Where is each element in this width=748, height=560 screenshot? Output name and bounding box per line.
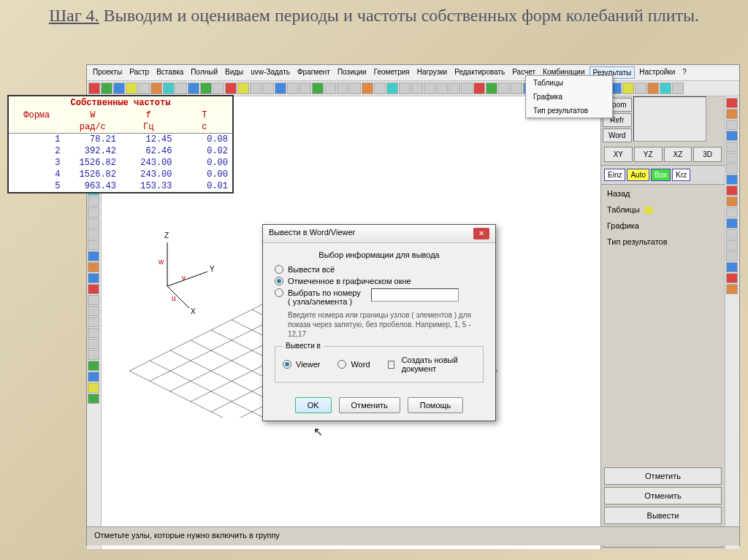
menu-Позиции[interactable]: Позиции — [335, 66, 370, 79]
toolbar-icon[interactable] — [188, 83, 199, 94]
dropdown-item[interactable]: Таблицы — [526, 76, 612, 90]
menu-graphics[interactable]: Графика — [607, 220, 719, 231]
toolbar-icon[interactable] — [225, 83, 237, 94]
toolbar-icon[interactable] — [473, 83, 485, 94]
toolbar-icon[interactable] — [436, 83, 448, 94]
sel-box[interactable]: Box — [651, 169, 671, 181]
dropdown-item[interactable]: Тип результатов — [526, 104, 612, 118]
cancel-button[interactable]: Отменить — [339, 397, 400, 413]
left-tool-icon[interactable] — [88, 372, 99, 382]
ok-button[interactable]: OK — [295, 397, 332, 413]
toolbar-icon[interactable] — [486, 83, 497, 94]
left-tool-icon[interactable] — [88, 229, 99, 239]
view-xz[interactable]: XZ — [664, 147, 692, 162]
sel-krz[interactable]: Krz — [672, 169, 690, 181]
toolbar-icon[interactable] — [399, 83, 411, 94]
mark-button[interactable]: Отметить — [604, 467, 722, 485]
left-tool-icon[interactable] — [88, 306, 99, 316]
toolbar-icon[interactable] — [237, 83, 249, 94]
menu-Нагрузки[interactable]: Нагрузки — [414, 66, 450, 79]
right-tool-icon[interactable] — [726, 174, 738, 185]
toolbar-icon[interactable] — [660, 83, 671, 94]
toolbar-icon[interactable] — [362, 83, 373, 94]
toolbar-icon[interactable] — [635, 83, 646, 94]
toolbar-icon[interactable] — [647, 83, 659, 94]
right-tool-icon[interactable] — [726, 185, 738, 196]
left-tool-icon[interactable] — [88, 251, 99, 261]
radio-bynumber[interactable] — [275, 288, 283, 297]
dropdown-item[interactable]: Графика — [526, 90, 612, 104]
menu-uvw-Задать[interactable]: uvw-Задать — [248, 66, 293, 79]
left-tool-icon[interactable] — [88, 207, 99, 218]
toolbar-icon[interactable] — [461, 83, 473, 94]
left-tool-icon[interactable] — [88, 383, 99, 393]
toolbar-icon[interactable] — [88, 83, 100, 94]
menu-Полный[interactable]: Полный — [188, 66, 221, 79]
right-tool-icon[interactable] — [726, 284, 738, 294]
toolbar-icon[interactable] — [299, 83, 311, 94]
toolbar-icon[interactable] — [163, 83, 175, 94]
right-tool-icon[interactable] — [726, 240, 738, 250]
view-xy[interactable]: XY — [604, 147, 633, 162]
menu-Геометрия[interactable]: Геометрия — [371, 66, 413, 79]
right-tool-icon[interactable] — [726, 196, 738, 207]
export-button[interactable]: Вывести — [604, 507, 722, 524]
right-tool-icon[interactable] — [726, 109, 738, 119]
radio-word[interactable] — [337, 360, 346, 369]
right-tool-icon[interactable] — [726, 142, 738, 152]
menu-Настройки[interactable]: Настройки — [636, 66, 678, 79]
view-3d[interactable]: 3D — [693, 147, 722, 162]
right-tool-icon[interactable] — [726, 273, 738, 283]
sel-einz[interactable]: Einz — [604, 169, 625, 181]
sel-auto[interactable]: Auto — [627, 169, 649, 181]
toolbar-icon[interactable] — [101, 83, 112, 94]
toolbar-icon[interactable] — [262, 83, 274, 94]
menu-resulttype[interactable]: Тип результатов — [607, 236, 719, 248]
radio-all[interactable] — [275, 265, 283, 274]
left-tool-icon[interactable] — [88, 328, 99, 338]
unmark-button[interactable]: Отменить — [604, 487, 722, 505]
left-tool-icon[interactable] — [88, 273, 99, 283]
toolbar-icon[interactable] — [312, 83, 324, 94]
right-tool-icon[interactable] — [726, 229, 738, 239]
word-button[interactable]: Word — [603, 129, 632, 142]
right-tool-icon[interactable] — [726, 131, 738, 141]
toolbar-icon[interactable] — [213, 83, 224, 94]
menu-Проекты[interactable]: Проекты — [90, 66, 125, 79]
toolbar-icon[interactable] — [175, 83, 187, 94]
right-tool-icon[interactable] — [726, 262, 738, 272]
help-button[interactable]: Помощь — [408, 397, 464, 413]
left-tool-icon[interactable] — [88, 218, 99, 229]
left-tool-icon[interactable] — [88, 361, 99, 371]
menu-Виды[interactable]: Виды — [222, 66, 246, 79]
toolbar-icon[interactable] — [324, 83, 336, 94]
toolbar-icon[interactable] — [386, 83, 398, 94]
left-tool-icon[interactable] — [88, 295, 99, 305]
toolbar-icon[interactable] — [498, 83, 510, 94]
menu-tables[interactable]: Таблицы — [607, 204, 719, 215]
toolbar-icon[interactable] — [622, 83, 634, 94]
toolbar-icon[interactable] — [424, 83, 435, 94]
left-tool-icon[interactable] — [88, 394, 99, 404]
right-tool-icon[interactable] — [726, 120, 738, 130]
menu-Редактировать[interactable]: Редактировать — [451, 66, 508, 79]
menu-Растр[interactable]: Растр — [126, 66, 152, 79]
menu-?[interactable]: ? — [679, 66, 690, 79]
left-tool-icon[interactable] — [88, 196, 99, 207]
toolbar-icon[interactable] — [349, 83, 361, 94]
toolbar-icon[interactable] — [449, 83, 460, 94]
left-tool-icon[interactable] — [88, 284, 99, 294]
menu-back[interactable]: Назад — [607, 188, 719, 199]
menu-Вставка[interactable]: Вставка — [153, 66, 186, 79]
number-input[interactable] — [371, 288, 459, 302]
left-tool-icon[interactable] — [88, 240, 99, 250]
toolbar-icon[interactable] — [374, 83, 386, 94]
right-tool-icon[interactable] — [726, 98, 738, 108]
left-tool-icon[interactable] — [88, 350, 99, 360]
toolbar-icon[interactable] — [200, 83, 212, 94]
toolbar-icon[interactable] — [511, 83, 522, 94]
right-tool-icon[interactable] — [726, 164, 738, 174]
toolbar-icon[interactable] — [672, 83, 684, 94]
toolbar-icon[interactable] — [126, 83, 137, 94]
toolbar-icon[interactable] — [138, 83, 150, 94]
